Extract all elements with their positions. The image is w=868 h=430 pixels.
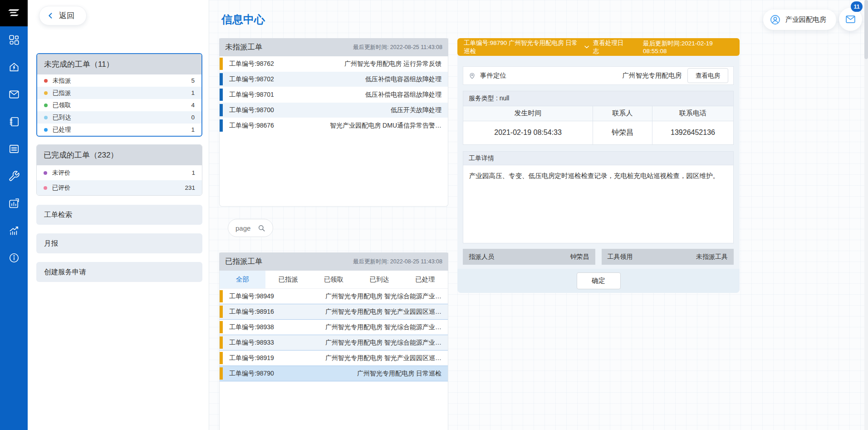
work-order-row[interactable]: 工单编号:98916 广州智光专用配电房 智光产业园园区巡… [220,304,448,320]
event-location-label: 事件定位 [480,71,506,80]
assignee-bar: 指派人员 钟荣昌 [463,249,595,265]
stat-count: 1 [191,169,195,176]
order-number: 工单编号:98702 [229,75,274,84]
tools-value: 未指派工具 [696,253,728,261]
stat-row-rated[interactable]: 已评价 231 [37,180,202,195]
completed-orders-card[interactable]: 已完成的工单（232） 未评价 1 已评价 231 [36,144,202,196]
event-location-row: 事件定位 广州智光专用配电房 查看电房 [463,66,734,85]
tab-all[interactable]: 全部 [220,271,265,288]
work-order-row[interactable]: 工单编号:98938 广州智光专用配电房 智光综合能源产业… [220,320,448,335]
incomplete-orders-card[interactable]: 未完成的工单（11） 未指派 5 已指派 1 已领取 4 已到达 0 [36,53,202,137]
location-pin-icon [468,72,476,79]
priority-bar [220,352,223,364]
trend-chart-icon [8,225,20,237]
priority-bar [220,321,223,333]
priority-bar [220,104,223,116]
back-button[interactable]: 返回 [39,6,87,25]
stat-row-arrived[interactable]: 已到达 0 [37,111,201,124]
sidebar-item-list[interactable] [0,135,28,163]
work-order-row[interactable]: 工单编号:98701 低压补偿电容器组故障处理 [220,87,448,103]
completed-orders-title: 已完成的工单（232） [37,145,202,165]
logo-icon [5,5,23,21]
search-icon[interactable] [257,224,266,232]
col-contact-phone: 联系电话 [652,106,733,121]
view-log-label: 查看处理日志 [593,39,628,55]
page-search-input[interactable] [235,224,257,232]
sidebar-item-notebook[interactable] [0,108,28,135]
assigned-status-tabs: 全部 已指派 已领取 已到达 已处理 [220,271,448,289]
status-dot [44,104,48,107]
work-order-row[interactable]: 工单编号:98702 低压补偿电容器组故障处理 [220,72,448,87]
assignment-bars: 指派人员 钟荣昌 工具领用 未指派工具 [463,249,734,265]
action-order-search[interactable]: 工单检索 [36,205,202,225]
stat-row-processed[interactable]: 已处理 1 [37,124,201,136]
assigned-orders-panel: 已指派工单 最后更新时间: 2022-08-25 11:43:08 全部 已指派… [219,252,448,430]
sidebar-item-info[interactable] [0,244,28,272]
occur-time-value: 2021-02-19 08:54:33 [463,121,593,144]
order-description: 低压补偿电容器组故障处理 [365,91,448,99]
report-chart-icon [8,198,20,209]
priority-bar [220,336,223,349]
assignee-value: 钟荣昌 [570,253,589,261]
sidebar-item-statistics[interactable] [0,217,28,244]
assigned-updated-time: 最后更新时间: 2022-08-25 11:43:08 [353,258,442,266]
work-order-row-selected[interactable]: 工单编号:98790 广州智光专用配电房 日常巡检 [220,366,448,381]
work-order-row[interactable]: 工单编号:98949 广州智光专用配电房 智光综合能源产业… [220,289,448,304]
work-detail-block: 工单详情 产业园高压、专变、低压电房定时巡检检查记录，充电桩充电站巡视检查，园区… [463,151,734,243]
stat-count: 231 [185,184,195,191]
status-dot [44,116,48,119]
priority-bar [220,73,223,85]
order-description: 广州智光专用配电房 智光综合能源产业… [325,292,448,301]
tab-arrived[interactable]: 已到达 [357,271,402,288]
stat-label: 已处理 [53,126,71,134]
action-create-service-request[interactable]: 创建服务申请 [36,262,202,282]
order-description: 广州智光专用配电房 智光产业园园区巡… [325,354,448,362]
scrollbar-thumb[interactable] [864,0,868,59]
sidebar-item-home[interactable] [0,54,28,81]
work-order-row[interactable]: 工单编号:98933 广州智光专用配电房 智光综合能源产业… [220,335,448,351]
priority-bar [220,306,223,318]
tab-processed[interactable]: 已处理 [402,271,448,288]
order-description: 智光产业园配电房 DMU通信异常告警… [330,122,448,130]
order-number: 工单编号:98933 [229,339,274,347]
stat-row-unassigned[interactable]: 未指派 5 [37,74,201,87]
view-substation-button[interactable]: 查看电房 [687,68,728,83]
stat-row-assigned[interactable]: 已指派 1 [37,87,201,99]
action-monthly-report[interactable]: 月报 [36,233,202,253]
priority-bar [220,290,223,302]
stat-count: 1 [191,89,195,96]
unassigned-orders-panel: 未指派工单 最后更新时间: 2022-08-25 11:43:08 工单编号:9… [219,38,448,207]
work-order-row[interactable]: 工单编号:98919 广州智光专用配电房 智光产业园园区巡… [220,351,448,366]
order-number: 工单编号:98700 [229,106,274,114]
stat-label: 已领取 [53,101,71,109]
confirm-button[interactable]: 确定 [577,272,621,289]
work-order-column: 未指派工单 最后更新时间: 2022-08-25 11:43:08 工单编号:9… [219,38,448,430]
unassigned-panel-title: 未指派工单 [225,42,263,52]
stat-row-unrated[interactable]: 未评价 1 [37,165,202,180]
order-banner: 工单编号:98790 广州智光专用配电房 日常巡检 查看处理日志 最后更新时间:… [457,38,740,56]
work-order-row[interactable]: 工单编号:98676 智光产业园配电房 DMU通信异常告警… [220,118,448,133]
sidebar-item-apps[interactable] [0,26,28,54]
sidebar-item-tools[interactable] [0,163,28,190]
sidebar-item-messages[interactable] [0,81,28,108]
page-scrollbar[interactable] [864,0,868,430]
order-description: 广州智光专用配电房 运行异常反馈 [344,60,448,68]
tab-claimed[interactable]: 已领取 [311,271,357,288]
order-number: 工单编号:98701 [229,91,274,99]
assigned-panel-title: 已指派工单 [225,257,263,267]
tools-bar: 工具领用 未指派工具 [602,249,734,265]
banner-updated-time: 最后更新时间:2021-02-19 08:55:08 [643,40,733,54]
sidebar-item-report[interactable] [0,190,28,217]
order-description: 广州智光专用配电房 智光综合能源产业… [325,339,448,347]
user-account-chip[interactable]: 产业园配电房 [763,10,836,30]
assignee-label: 指派人员 [469,253,494,261]
stat-label: 已到达 [53,114,71,122]
left-panel: 返回 未完成的工单（11） 未指派 5 已指派 1 已领取 4 已到达 [28,0,209,430]
view-log-link[interactable]: 查看处理日志 [584,39,628,55]
page-search-box[interactable] [228,219,273,237]
work-order-row[interactable]: 工单编号:98762 广州智光专用配电房 运行异常反馈 [220,56,448,72]
tab-assigned[interactable]: 已指派 [265,271,311,288]
stat-count: 5 [191,77,195,84]
stat-row-claimed[interactable]: 已领取 4 [37,99,201,111]
work-order-row[interactable]: 工单编号:98700 低压开关故障处理 [220,103,448,118]
